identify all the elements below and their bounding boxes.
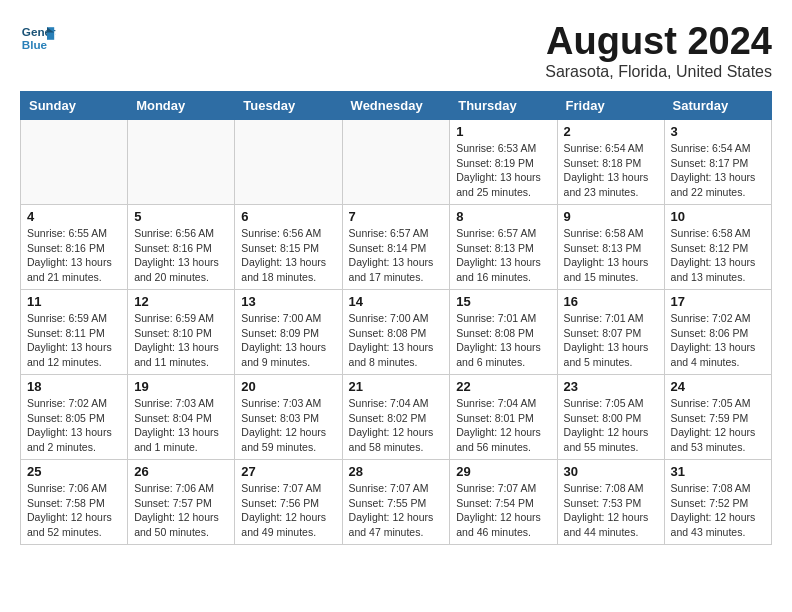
- day-info: Sunrise: 7:03 AM Sunset: 8:04 PM Dayligh…: [134, 396, 228, 455]
- page-header: General Blue August 2024 Sarasota, Flori…: [20, 20, 772, 81]
- calendar-cell: 7Sunrise: 6:57 AM Sunset: 8:14 PM Daylig…: [342, 205, 450, 290]
- weekday-header-wednesday: Wednesday: [342, 92, 450, 120]
- day-number: 22: [456, 379, 550, 394]
- calendar-cell: 6Sunrise: 6:56 AM Sunset: 8:15 PM Daylig…: [235, 205, 342, 290]
- day-number: 24: [671, 379, 765, 394]
- day-number: 10: [671, 209, 765, 224]
- day-info: Sunrise: 7:02 AM Sunset: 8:06 PM Dayligh…: [671, 311, 765, 370]
- calendar-cell: 15Sunrise: 7:01 AM Sunset: 8:08 PM Dayli…: [450, 290, 557, 375]
- day-info: Sunrise: 7:04 AM Sunset: 8:01 PM Dayligh…: [456, 396, 550, 455]
- day-number: 31: [671, 464, 765, 479]
- week-row-5: 25Sunrise: 7:06 AM Sunset: 7:58 PM Dayli…: [21, 460, 772, 545]
- day-number: 12: [134, 294, 228, 309]
- day-number: 3: [671, 124, 765, 139]
- calendar-cell: 25Sunrise: 7:06 AM Sunset: 7:58 PM Dayli…: [21, 460, 128, 545]
- calendar-cell: 14Sunrise: 7:00 AM Sunset: 8:08 PM Dayli…: [342, 290, 450, 375]
- calendar-cell: 23Sunrise: 7:05 AM Sunset: 8:00 PM Dayli…: [557, 375, 664, 460]
- day-number: 25: [27, 464, 121, 479]
- calendar-cell: 29Sunrise: 7:07 AM Sunset: 7:54 PM Dayli…: [450, 460, 557, 545]
- day-info: Sunrise: 6:54 AM Sunset: 8:17 PM Dayligh…: [671, 141, 765, 200]
- location: Sarasota, Florida, United States: [545, 63, 772, 81]
- weekday-header-friday: Friday: [557, 92, 664, 120]
- calendar-cell: 21Sunrise: 7:04 AM Sunset: 8:02 PM Dayli…: [342, 375, 450, 460]
- calendar-table: SundayMondayTuesdayWednesdayThursdayFrid…: [20, 91, 772, 545]
- day-info: Sunrise: 7:07 AM Sunset: 7:55 PM Dayligh…: [349, 481, 444, 540]
- calendar-cell: [235, 120, 342, 205]
- day-info: Sunrise: 7:02 AM Sunset: 8:05 PM Dayligh…: [27, 396, 121, 455]
- calendar-cell: 27Sunrise: 7:07 AM Sunset: 7:56 PM Dayli…: [235, 460, 342, 545]
- calendar-cell: 4Sunrise: 6:55 AM Sunset: 8:16 PM Daylig…: [21, 205, 128, 290]
- calendar-cell: 12Sunrise: 6:59 AM Sunset: 8:10 PM Dayli…: [128, 290, 235, 375]
- day-info: Sunrise: 7:06 AM Sunset: 7:57 PM Dayligh…: [134, 481, 228, 540]
- calendar-cell: 19Sunrise: 7:03 AM Sunset: 8:04 PM Dayli…: [128, 375, 235, 460]
- week-row-1: 1Sunrise: 6:53 AM Sunset: 8:19 PM Daylig…: [21, 120, 772, 205]
- weekday-header-tuesday: Tuesday: [235, 92, 342, 120]
- day-number: 26: [134, 464, 228, 479]
- day-number: 18: [27, 379, 121, 394]
- day-info: Sunrise: 6:54 AM Sunset: 8:18 PM Dayligh…: [564, 141, 658, 200]
- day-number: 9: [564, 209, 658, 224]
- month-title: August 2024: [545, 20, 772, 63]
- day-info: Sunrise: 7:01 AM Sunset: 8:07 PM Dayligh…: [564, 311, 658, 370]
- calendar-cell: 9Sunrise: 6:58 AM Sunset: 8:13 PM Daylig…: [557, 205, 664, 290]
- title-block: August 2024 Sarasota, Florida, United St…: [545, 20, 772, 81]
- day-number: 21: [349, 379, 444, 394]
- day-number: 23: [564, 379, 658, 394]
- day-number: 4: [27, 209, 121, 224]
- day-number: 1: [456, 124, 550, 139]
- weekday-header-row: SundayMondayTuesdayWednesdayThursdayFrid…: [21, 92, 772, 120]
- day-info: Sunrise: 6:58 AM Sunset: 8:13 PM Dayligh…: [564, 226, 658, 285]
- day-number: 20: [241, 379, 335, 394]
- calendar-cell: 22Sunrise: 7:04 AM Sunset: 8:01 PM Dayli…: [450, 375, 557, 460]
- day-info: Sunrise: 7:04 AM Sunset: 8:02 PM Dayligh…: [349, 396, 444, 455]
- day-info: Sunrise: 6:56 AM Sunset: 8:15 PM Dayligh…: [241, 226, 335, 285]
- calendar-cell: 30Sunrise: 7:08 AM Sunset: 7:53 PM Dayli…: [557, 460, 664, 545]
- calendar-cell: 17Sunrise: 7:02 AM Sunset: 8:06 PM Dayli…: [664, 290, 771, 375]
- day-info: Sunrise: 7:05 AM Sunset: 7:59 PM Dayligh…: [671, 396, 765, 455]
- day-number: 8: [456, 209, 550, 224]
- day-number: 16: [564, 294, 658, 309]
- weekday-header-thursday: Thursday: [450, 92, 557, 120]
- day-info: Sunrise: 6:57 AM Sunset: 8:13 PM Dayligh…: [456, 226, 550, 285]
- calendar-cell: 8Sunrise: 6:57 AM Sunset: 8:13 PM Daylig…: [450, 205, 557, 290]
- calendar-cell: 24Sunrise: 7:05 AM Sunset: 7:59 PM Dayli…: [664, 375, 771, 460]
- day-info: Sunrise: 6:58 AM Sunset: 8:12 PM Dayligh…: [671, 226, 765, 285]
- calendar-cell: 16Sunrise: 7:01 AM Sunset: 8:07 PM Dayli…: [557, 290, 664, 375]
- day-info: Sunrise: 7:07 AM Sunset: 7:56 PM Dayligh…: [241, 481, 335, 540]
- calendar-cell: [21, 120, 128, 205]
- day-info: Sunrise: 7:03 AM Sunset: 8:03 PM Dayligh…: [241, 396, 335, 455]
- calendar-cell: 1Sunrise: 6:53 AM Sunset: 8:19 PM Daylig…: [450, 120, 557, 205]
- calendar-cell: 11Sunrise: 6:59 AM Sunset: 8:11 PM Dayli…: [21, 290, 128, 375]
- day-info: Sunrise: 7:06 AM Sunset: 7:58 PM Dayligh…: [27, 481, 121, 540]
- day-number: 11: [27, 294, 121, 309]
- logo: General Blue: [20, 20, 56, 56]
- day-number: 5: [134, 209, 228, 224]
- day-info: Sunrise: 6:57 AM Sunset: 8:14 PM Dayligh…: [349, 226, 444, 285]
- day-number: 29: [456, 464, 550, 479]
- calendar-cell: 13Sunrise: 7:00 AM Sunset: 8:09 PM Dayli…: [235, 290, 342, 375]
- calendar-cell: [128, 120, 235, 205]
- day-info: Sunrise: 7:08 AM Sunset: 7:53 PM Dayligh…: [564, 481, 658, 540]
- calendar-cell: 31Sunrise: 7:08 AM Sunset: 7:52 PM Dayli…: [664, 460, 771, 545]
- weekday-header-monday: Monday: [128, 92, 235, 120]
- calendar-cell: 3Sunrise: 6:54 AM Sunset: 8:17 PM Daylig…: [664, 120, 771, 205]
- weekday-header-saturday: Saturday: [664, 92, 771, 120]
- svg-text:Blue: Blue: [22, 38, 48, 51]
- day-info: Sunrise: 7:01 AM Sunset: 8:08 PM Dayligh…: [456, 311, 550, 370]
- day-info: Sunrise: 7:00 AM Sunset: 8:08 PM Dayligh…: [349, 311, 444, 370]
- day-number: 7: [349, 209, 444, 224]
- logo-icon: General Blue: [20, 20, 56, 56]
- day-number: 30: [564, 464, 658, 479]
- day-number: 17: [671, 294, 765, 309]
- day-info: Sunrise: 6:59 AM Sunset: 8:11 PM Dayligh…: [27, 311, 121, 370]
- day-number: 13: [241, 294, 335, 309]
- week-row-3: 11Sunrise: 6:59 AM Sunset: 8:11 PM Dayli…: [21, 290, 772, 375]
- day-number: 19: [134, 379, 228, 394]
- day-number: 27: [241, 464, 335, 479]
- calendar-cell: 18Sunrise: 7:02 AM Sunset: 8:05 PM Dayli…: [21, 375, 128, 460]
- calendar-cell: 5Sunrise: 6:56 AM Sunset: 8:16 PM Daylig…: [128, 205, 235, 290]
- calendar-cell: 26Sunrise: 7:06 AM Sunset: 7:57 PM Dayli…: [128, 460, 235, 545]
- day-info: Sunrise: 7:05 AM Sunset: 8:00 PM Dayligh…: [564, 396, 658, 455]
- week-row-4: 18Sunrise: 7:02 AM Sunset: 8:05 PM Dayli…: [21, 375, 772, 460]
- week-row-2: 4Sunrise: 6:55 AM Sunset: 8:16 PM Daylig…: [21, 205, 772, 290]
